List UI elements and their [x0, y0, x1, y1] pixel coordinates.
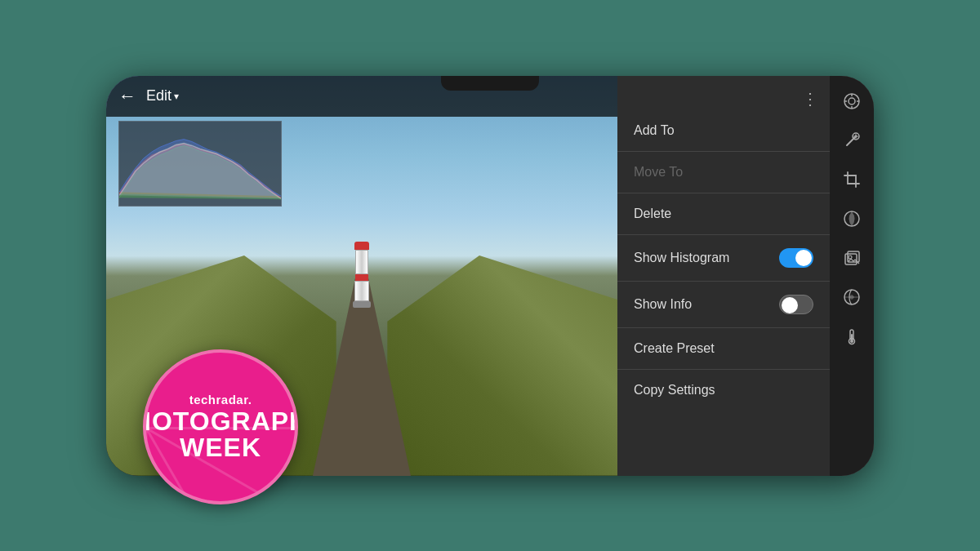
toolbar-gallery-icon[interactable]	[835, 241, 869, 275]
phone-wrapper: ← Edit ▾ ⋮	[98, 64, 882, 488]
three-dots-icon[interactable]: ⋮	[802, 89, 820, 109]
move-to-label: Move To	[634, 165, 683, 180]
svg-point-12	[849, 256, 852, 259]
edit-dropdown-icon[interactable]: ▾	[174, 91, 179, 102]
menu-item-show-info[interactable]: Show Info	[617, 283, 830, 326]
back-arrow-icon[interactable]: ←	[118, 86, 136, 107]
lighthouse	[353, 242, 371, 308]
toggle-knob-off	[782, 297, 798, 313]
watermark-title-line2: WEEK	[180, 434, 261, 460]
copy-settings-label: Copy Settings	[634, 383, 715, 398]
svg-point-18	[850, 340, 853, 343]
add-to-label: Add To	[634, 123, 675, 138]
toolbar-ai-icon[interactable]	[835, 84, 869, 118]
toolbar-color-icon[interactable]	[835, 319, 869, 353]
lighthouse-base	[353, 301, 371, 308]
menu-item-delete[interactable]: Delete	[617, 195, 830, 233]
lighthouse-body-upper	[355, 250, 368, 274]
toggle-knob	[795, 250, 812, 266]
watermark-brand: techradar.	[189, 393, 252, 407]
divider-3	[617, 234, 830, 235]
divider-6	[617, 369, 830, 370]
divider-1	[617, 151, 830, 152]
menu-item-create-preset[interactable]: Create Preset	[617, 330, 830, 367]
menu-header: ⋮	[617, 82, 830, 112]
show-info-toggle[interactable]	[779, 295, 813, 314]
divider-2	[617, 193, 830, 193]
watermark-title-line1: PHOTOGRAPHY	[143, 408, 298, 434]
show-histogram-label: Show Histogram	[634, 251, 729, 265]
lighthouse-body-lower	[354, 281, 369, 301]
show-info-label: Show Info	[634, 297, 692, 312]
menu-item-move-to[interactable]: Move To	[617, 153, 830, 191]
menu-item-copy-settings[interactable]: Copy Settings	[617, 371, 830, 409]
toolbar-mask-icon[interactable]	[835, 202, 869, 236]
menu-item-show-histogram[interactable]: Show Histogram	[617, 237, 830, 279]
lighthouse-top	[354, 242, 369, 250]
svg-point-1	[849, 98, 855, 104]
menu-panel: ⋮ Add To Move To Delete Show Histogram	[617, 76, 830, 476]
toolbar-crop-icon[interactable]	[835, 162, 869, 197]
right-toolbar	[830, 76, 874, 476]
top-bar: ← Edit ▾	[106, 76, 617, 117]
menu-item-add-to[interactable]: Add To	[617, 112, 830, 149]
divider-5	[617, 327, 830, 328]
watermark-badge: techradar. PHOTOGRAPHY WEEK	[143, 349, 306, 513]
toolbar-adjust-icon[interactable]	[835, 280, 869, 314]
toolbar-healing-icon[interactable]	[835, 123, 869, 158]
show-histogram-toggle[interactable]	[779, 248, 813, 268]
delete-label: Delete	[634, 207, 671, 221]
histogram-panel	[118, 121, 282, 207]
lighthouse-stripe	[355, 274, 368, 281]
watermark-circle: techradar. PHOTOGRAPHY WEEK	[143, 349, 298, 504]
edit-title: Edit	[146, 87, 172, 104]
create-preset-label: Create Preset	[634, 341, 715, 356]
divider-4	[617, 281, 830, 282]
